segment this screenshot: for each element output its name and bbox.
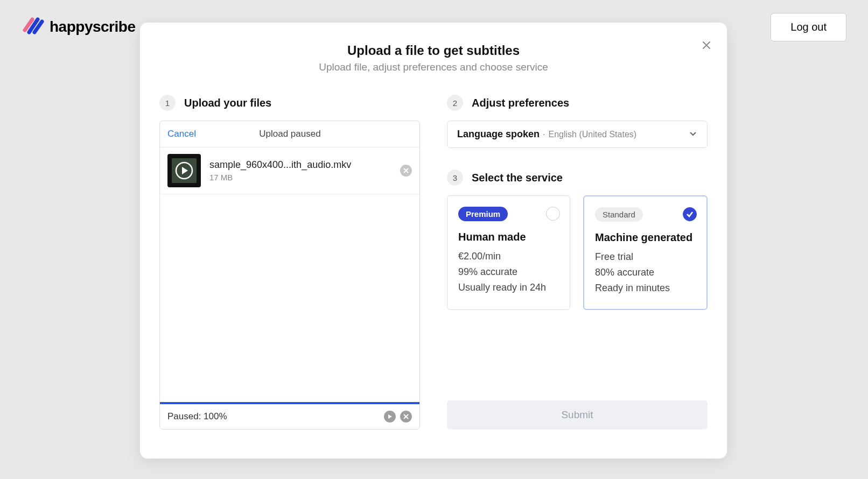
standard-accuracy: 80% accurate (595, 267, 696, 278)
premium-accuracy: 99% accurate (458, 266, 559, 278)
close-icon[interactable] (701, 40, 712, 53)
logo-mark-icon (22, 14, 45, 40)
submit-button[interactable]: Submit (447, 400, 708, 429)
modal-subtitle: Upload file, adjust preferences and choo… (159, 61, 708, 73)
language-value: English (United States) (548, 130, 636, 139)
step3-badge: 3 (447, 170, 463, 186)
step2-badge: 2 (447, 95, 463, 111)
chevron-down-icon (689, 129, 697, 140)
standard-title: Machine generated (595, 231, 696, 244)
file-row: sample_960x400...ith_audio.mkv 17 MB (160, 147, 419, 194)
language-label: Language spoken (457, 129, 540, 139)
premium-turnaround: Usually ready in 24h (458, 282, 559, 293)
standard-radio[interactable] (683, 207, 697, 221)
language-select[interactable]: Language spoken·English (United States) (447, 121, 708, 148)
language-separator: · (543, 130, 545, 139)
upload-status: Upload paused (196, 129, 412, 139)
remove-file-icon[interactable] (400, 165, 412, 177)
step2-title: Adjust preferences (472, 97, 569, 109)
step1-badge: 1 (159, 95, 176, 111)
resume-upload-icon[interactable] (384, 411, 396, 422)
step2-header: 2 Adjust preferences (447, 95, 708, 111)
standard-turnaround: Ready in minutes (595, 283, 696, 294)
upload-modal: Upload a file to get subtitles Upload fi… (140, 23, 727, 459)
file-meta: sample_960x400...ith_audio.mkv 17 MB (209, 159, 391, 182)
step1-title: Upload your files (184, 97, 271, 109)
upload-footer: Paused: 100% (160, 404, 419, 429)
upload-header: Cancel Upload paused (160, 121, 419, 147)
preferences-column: 2 Adjust preferences Language spoken·Eng… (447, 95, 708, 429)
file-list: sample_960x400...ith_audio.mkv 17 MB (160, 147, 419, 402)
file-name: sample_960x400...ith_audio.mkv (209, 159, 391, 171)
standard-badge: Standard (595, 207, 643, 222)
file-thumbnail (167, 154, 201, 187)
upload-panel: Cancel Upload paused sample_960x400...it… (159, 121, 420, 429)
service-cards: Premium Human made €2.00/min 99% accurat… (447, 195, 708, 310)
premium-radio[interactable] (546, 207, 560, 221)
file-size: 17 MB (209, 173, 391, 182)
premium-title: Human made (458, 231, 559, 243)
upload-column: 1 Upload your files Cancel Upload paused (159, 95, 420, 429)
step3-title: Select the service (472, 172, 563, 184)
step1-header: 1 Upload your files (159, 95, 420, 111)
service-card-premium[interactable]: Premium Human made €2.00/min 99% accurat… (447, 195, 570, 310)
brand-name: happyscribe (50, 18, 135, 36)
logout-button[interactable]: Log out (771, 13, 846, 41)
cancel-upload-link[interactable]: Cancel (167, 129, 196, 139)
standard-price: Free trial (595, 251, 696, 263)
premium-badge: Premium (458, 207, 508, 221)
cancel-all-icon[interactable] (400, 411, 412, 422)
service-card-standard[interactable]: Standard Machine generated Free trial 80… (583, 195, 708, 310)
premium-price: €2.00/min (458, 251, 559, 262)
modal-title: Upload a file to get subtitles (159, 43, 708, 58)
upload-paused-text: Paused: 100% (167, 411, 227, 422)
brand-logo[interactable]: happyscribe (22, 14, 135, 40)
step3-header: 3 Select the service (447, 170, 708, 186)
